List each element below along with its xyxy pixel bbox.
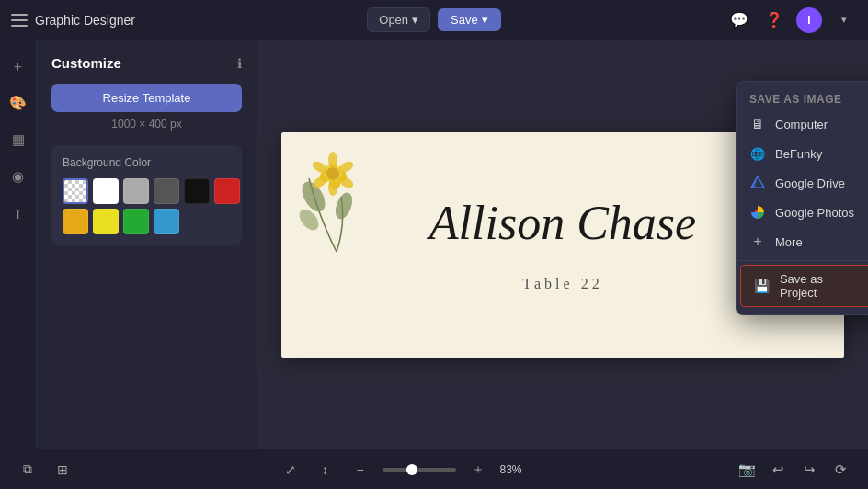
computer-icon: 🖥 <box>749 116 766 132</box>
bottom-center: ⤢ ↕ − ＋ 83% <box>278 457 532 483</box>
dropdown-title: Save as Image <box>737 87 868 109</box>
google-drive-icon <box>749 175 766 191</box>
grid-bottom-icon[interactable]: ⊞ <box>50 457 75 483</box>
dropdown-item-google-photos[interactable]: Google Photos <box>737 198 868 227</box>
customize-icon[interactable]: 🎨 <box>4 88 33 118</box>
bottom-right: 📷 ↩ ↪ ⟳ <box>734 457 853 483</box>
resize-template-button[interactable]: Resize Template <box>51 84 242 112</box>
text-icon[interactable]: T <box>4 199 33 228</box>
open-button[interactable]: Open ▾ <box>367 7 430 32</box>
dropdown-item-google-drive-label: Google Drive <box>775 176 845 190</box>
dropdown-item-google-drive[interactable]: Google Drive <box>737 168 868 198</box>
canvas-area[interactable]: Allison Chase Table 22 Save as Image 🖥 C… <box>257 40 868 449</box>
zoom-slider[interactable] <box>383 468 456 472</box>
save-button[interactable]: Save ▾ <box>438 8 501 31</box>
chevron-down-icon[interactable]: ▾ <box>831 7 857 33</box>
color-swatch-red[interactable] <box>214 178 240 204</box>
undo-icon[interactable]: ↩ <box>765 457 791 483</box>
bottombar: ⧉ ⊞ ⤢ ↕ − ＋ 83% 📷 ↩ ↪ ⟳ <box>0 449 868 489</box>
dropdown-item-more[interactable]: + More › <box>737 227 868 256</box>
main-content: ＋ 🎨 ▦ ◉ T Customize ℹ Resize Template 10… <box>0 40 868 449</box>
save-dropdown: Save as Image 🖥 Computer ⌘S 🌐 BeFunky Go… <box>736 81 868 315</box>
topbar-right: 💬 ❓ I ▾ <box>510 7 857 33</box>
shapes-icon[interactable]: ◉ <box>4 162 33 191</box>
help-icon[interactable]: ❓ <box>761 7 787 33</box>
refresh-icon[interactable]: ⟳ <box>828 457 853 483</box>
color-swatch-black[interactable] <box>184 178 210 204</box>
topbar-center: Open ▾ Save ▾ <box>367 7 500 32</box>
canvas-main-text: Allison Chase <box>429 195 696 249</box>
bg-color-section: Background Color <box>51 145 242 245</box>
dropdown-item-more-label: More <box>775 235 803 249</box>
fit-height-icon[interactable]: ↕ <box>313 457 338 483</box>
dropdown-item-google-photos-label: Google Photos <box>775 206 854 220</box>
screenshot-icon[interactable]: 📷 <box>734 457 760 483</box>
google-photos-icon <box>749 204 766 221</box>
panel-header: Customize ℹ <box>51 55 242 71</box>
layers-bottom-icon[interactable]: ⧉ <box>15 457 40 483</box>
dropdown-item-computer-label: Computer <box>775 118 828 131</box>
floral-decoration-left <box>291 142 383 261</box>
left-iconbar: ＋ 🎨 ▦ ◉ T <box>0 40 37 449</box>
color-swatch-darkgray[interactable] <box>154 178 179 204</box>
add-icon[interactable]: ＋ <box>4 51 33 81</box>
dropdown-item-save-project[interactable]: 💾 Save as Project ⌘⇧S <box>740 265 868 307</box>
befunky-icon: 🌐 <box>749 145 766 162</box>
zoom-in-icon[interactable]: ＋ <box>465 457 491 483</box>
color-swatch-blue[interactable] <box>154 209 179 234</box>
zoom-percentage: 83% <box>500 463 532 476</box>
info-icon[interactable]: ℹ <box>237 56 242 71</box>
more-icon: + <box>749 233 766 250</box>
fit-width-icon[interactable]: ⤢ <box>278 457 303 483</box>
dimension-text: 1000 × 400 px <box>51 118 242 131</box>
avatar[interactable]: I <box>796 7 822 33</box>
svg-point-11 <box>328 179 337 196</box>
comment-icon[interactable]: 💬 <box>726 7 752 33</box>
dropdown-item-befunky[interactable]: 🌐 BeFunky <box>737 139 868 168</box>
menu-icon[interactable] <box>11 14 28 27</box>
color-swatch-transparent[interactable] <box>63 178 88 204</box>
dropdown-item-save-project-label: Save as Project <box>780 272 863 300</box>
redo-icon[interactable]: ↪ <box>796 457 822 483</box>
topbar-left: Graphic Designer <box>11 13 358 28</box>
dropdown-divider <box>737 260 868 261</box>
color-swatch-lightgray[interactable] <box>123 178 149 204</box>
canvas-sub-text: Table 22 <box>522 276 602 292</box>
dropdown-item-computer[interactable]: 🖥 Computer ⌘S <box>737 109 868 139</box>
bg-color-label: Background Color <box>63 156 231 169</box>
color-swatch-yellow[interactable] <box>93 209 119 234</box>
color-swatch-orange[interactable] <box>63 209 88 234</box>
bottom-left: ⧉ ⊞ <box>15 457 75 483</box>
dropdown-item-befunky-label: BeFunky <box>775 147 822 161</box>
color-swatch-white[interactable] <box>93 178 119 204</box>
zoom-out-icon[interactable]: − <box>348 457 373 483</box>
side-panel: Customize ℹ Resize Template 1000 × 400 p… <box>37 40 257 449</box>
svg-point-14 <box>326 167 339 180</box>
color-swatch-green[interactable] <box>123 209 149 234</box>
topbar: Graphic Designer Open ▾ Save ▾ 💬 ❓ I ▾ <box>0 0 868 40</box>
panel-title: Customize <box>51 55 121 71</box>
color-grid <box>63 178 231 234</box>
svg-point-8 <box>328 152 337 168</box>
svg-point-1 <box>332 190 355 222</box>
save-project-icon: 💾 <box>754 278 771 294</box>
app-title: Graphic Designer <box>35 13 135 28</box>
layers-icon[interactable]: ▦ <box>4 125 33 154</box>
